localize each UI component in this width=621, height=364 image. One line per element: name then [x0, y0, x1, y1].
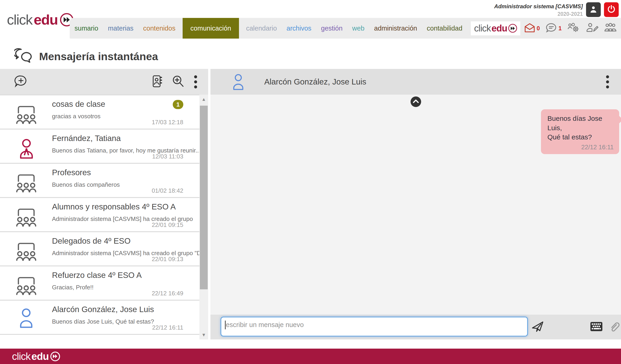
users-gear-icon — [567, 22, 580, 34]
chat-name: Profesores — [52, 168, 91, 177]
logo-text-click: click — [7, 12, 33, 28]
chat-list-scrollbar[interactable]: ▲ ▼ — [199, 95, 208, 339]
chat-preview: gracias a vosotros — [52, 113, 101, 120]
topbar: clickedu Administrador sistema [CASVMS] … — [0, 0, 621, 39]
clickedu-logo[interactable]: clickedu — [7, 12, 73, 28]
mini-logo-click: click — [474, 23, 491, 33]
chat-list-toolbar-right — [152, 74, 198, 89]
chat-item-alarcon-gonzalez[interactable]: Alarcón González, Jose Luis Buenos días … — [0, 301, 199, 335]
scroll-up-arrow[interactable]: ▲ — [199, 95, 208, 104]
chat-name: cosas de clase — [52, 99, 105, 109]
person-icon — [231, 73, 245, 90]
footer-logo-click: click — [12, 351, 31, 362]
chat-name: Alarcón González, Jose Luis — [52, 305, 154, 314]
chat-time: 22/01 09:15 — [152, 222, 183, 228]
chat-bubble-icon — [545, 22, 557, 34]
chat-time: 22/12 16:11 — [152, 324, 183, 331]
scrollbar-thumb[interactable] — [200, 106, 208, 289]
nav-web[interactable]: web — [352, 25, 364, 32]
chat-name: Refuerzo clase 4º ESO A — [52, 270, 142, 280]
attach-file-button[interactable] — [609, 320, 621, 334]
nav-contenidos[interactable]: contenidos — [143, 25, 175, 32]
people-button[interactable] — [604, 22, 617, 34]
logout-button[interactable] — [604, 2, 619, 17]
nav-comunicacion-active[interactable]: comunicación — [183, 18, 239, 39]
nav-archivos[interactable]: archivos — [287, 25, 311, 32]
nav-materias[interactable]: materias — [108, 25, 133, 32]
chat-item-fernandez-tatiana[interactable]: Fernández, Tatiana Buenos días Tatiana, … — [0, 129, 199, 164]
new-chat-button[interactable] — [14, 75, 28, 89]
load-older-messages-button[interactable] — [411, 96, 421, 107]
zoom-plus-icon — [172, 75, 185, 89]
fast-forward-icon — [508, 24, 517, 33]
footer-clickedu-logo: clickedu — [12, 351, 60, 362]
nav-gestion[interactable]: gestión — [321, 25, 343, 32]
message-input[interactable] — [221, 317, 528, 336]
groups-settings-button[interactable] — [567, 22, 580, 34]
user-pencil-icon — [586, 22, 599, 34]
scroll-down-arrow[interactable]: ▼ — [199, 330, 208, 339]
user-name: Administrador sistema [CASVMS] — [494, 3, 583, 10]
power-icon — [607, 5, 616, 15]
school-year: 2020-2021 — [494, 11, 583, 17]
conversation-menu-button[interactable] — [605, 74, 610, 89]
contact-book-icon — [152, 75, 163, 89]
unread-badge: 1 — [173, 100, 183, 109]
chat-list-menu-button[interactable] — [193, 74, 198, 89]
group-icon — [15, 240, 38, 263]
group-icon — [15, 275, 38, 297]
page-title-row: Mensajería instantánea — [0, 44, 621, 69]
footer-logo-edu: edu — [32, 351, 49, 362]
chat-item-alumnos-responsables[interactable]: Alumnos y responsables 4º ESO A Administ… — [0, 198, 199, 232]
nav-administracion[interactable]: administración — [374, 25, 417, 32]
mail-button[interactable]: 0 — [524, 22, 540, 34]
message-text: Buenos días Jose Luis, Qué tal estas? — [547, 114, 614, 142]
nav-sumario[interactable]: sumario — [74, 25, 98, 32]
nav-icon-strip: 0 1 — [524, 22, 621, 34]
mini-logo-edu: edu — [492, 23, 507, 33]
profile-button[interactable] — [586, 2, 601, 17]
chat-preview: Buenos días Jose Luis, Qué tal estas? — [52, 318, 154, 325]
nav-calendario[interactable]: calendario — [246, 25, 277, 32]
message-time: 22/12 16:11 — [547, 144, 614, 151]
chat-item-profesores[interactable]: Profesores Buenos días compañeros 01/02 … — [0, 164, 199, 198]
group-icon — [15, 206, 38, 228]
outgoing-message-bubble: Buenos días Jose Luis, Qué tal estas? 22… — [541, 109, 619, 154]
chat-list-panel: cosas de clase gracias a vosotros 1 17/0… — [0, 69, 208, 339]
chat-name: Fernández, Tatiana — [52, 134, 121, 143]
chat-list-toolbar — [0, 69, 208, 95]
fast-forward-icon — [50, 352, 60, 361]
mail-count: 0 — [536, 25, 540, 32]
text-caret — [225, 321, 226, 329]
conversation-panel: Alarcón González, Jose Luis Buenos días … — [210, 69, 621, 339]
mail-icon — [524, 22, 535, 34]
virtual-keyboard-button[interactable] — [590, 322, 603, 332]
chat-button[interactable]: 1 — [545, 22, 562, 34]
edit-user-button[interactable] — [586, 22, 599, 34]
chat-name: Delegados de 4º ESO — [52, 236, 131, 246]
new-chat-bubble-plus-icon — [14, 75, 28, 89]
page-title: Mensajería instantánea — [39, 50, 158, 63]
clickedu-app: clickedu Administrador sistema [CASVMS] … — [0, 0, 621, 364]
conversation-header: Alarcón González, Jose Luis — [210, 69, 621, 95]
chat-time: 22/12 16:49 — [152, 290, 183, 297]
footer: clickedu — [0, 348, 621, 364]
nav-contabilidad[interactable]: contabilidad — [427, 25, 463, 32]
paper-plane-icon — [531, 320, 545, 334]
send-button[interactable] — [531, 320, 545, 334]
chat-list: cosas de clase gracias a vosotros 1 17/0… — [0, 95, 199, 339]
composer-right-icons — [590, 320, 621, 334]
contacts-button[interactable] — [152, 75, 163, 89]
clickedu-mini-logo[interactable]: clickedu — [471, 21, 520, 35]
users-icon — [604, 22, 617, 34]
chat-time: 17/03 12:18 — [152, 119, 183, 126]
chat-item-delegados[interactable]: Delegados de 4º ESO Administrador sistem… — [0, 232, 199, 266]
chat-item-cosas-de-clase[interactable]: cosas de clase gracias a vosotros 1 17/0… — [0, 95, 199, 129]
paperclip-icon — [609, 320, 621, 334]
chat-item-refuerzo[interactable]: Refuerzo clase 4º ESO A Gracias, Profe!!… — [0, 266, 199, 301]
group-icon — [15, 104, 38, 126]
messaging-icon — [14, 48, 34, 64]
message-composer — [210, 315, 621, 339]
search-chats-button[interactable] — [172, 75, 185, 89]
person-icon — [17, 307, 35, 329]
